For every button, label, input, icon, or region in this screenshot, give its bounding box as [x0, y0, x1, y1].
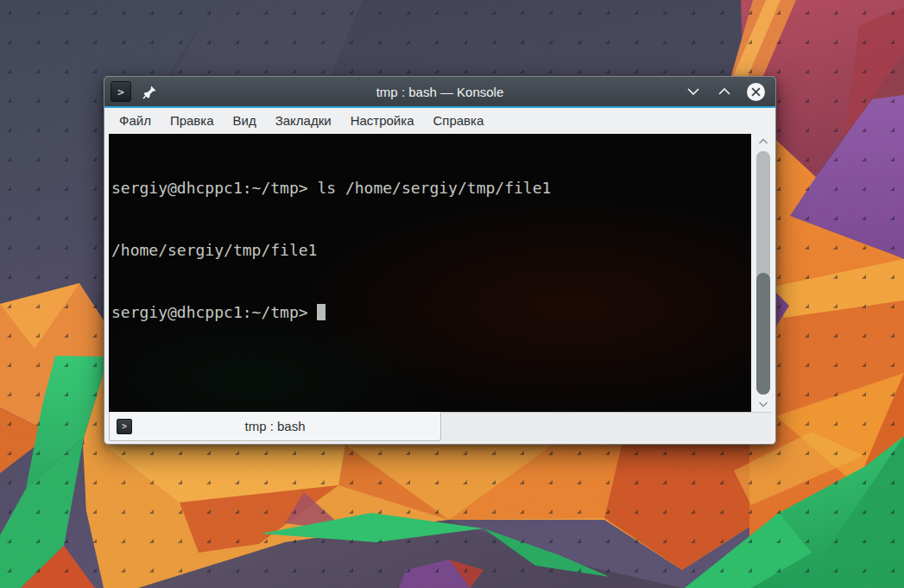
- close-icon: [746, 82, 766, 102]
- command-output: /home/sergiy/tmp/file1: [111, 241, 317, 259]
- terminal-view: sergiy@dhcppc1:~/tmp>ls /home/sergiy/tmp…: [104, 134, 775, 412]
- chevron-up-icon: [718, 87, 731, 96]
- menu-item-help[interactable]: Справка: [423, 108, 493, 134]
- menu-item-view[interactable]: Вид: [224, 108, 266, 134]
- close-button[interactable]: [746, 82, 765, 101]
- window-title: tmp : bash — Konsole: [104, 85, 775, 99]
- pin-icon[interactable]: [142, 84, 158, 100]
- terminal-area[interactable]: sergiy@dhcppc1:~/tmp>ls /home/sergiy/tmp…: [109, 134, 751, 412]
- menu-item-edit[interactable]: Правка: [161, 108, 224, 134]
- titlebar[interactable]: > tmp : bash — Konsole: [104, 77, 775, 108]
- shell-prompt: sergiy@dhcppc1:~/tmp>: [111, 303, 308, 321]
- maximize-button[interactable]: [715, 82, 734, 101]
- chevron-down-icon: [686, 87, 700, 96]
- terminal-line-3: sergiy@dhcppc1:~/tmp>: [111, 302, 751, 323]
- menu-item-bookmarks[interactable]: Закладки: [266, 108, 341, 134]
- scrollbar[interactable]: [751, 134, 775, 412]
- terminal-cursor: [317, 304, 326, 320]
- menu-item-file[interactable]: Файл: [110, 108, 161, 134]
- konsole-window: > tmp : bash — Konsole: [104, 76, 776, 445]
- scroll-up-icon[interactable]: [758, 138, 768, 145]
- shell-command: ls /home/sergiy/tmp/file1: [308, 179, 552, 197]
- terminal-line-2: /home/sergiy/tmp/file1: [111, 240, 751, 261]
- terminal-prompt-glyph: >: [117, 86, 124, 98]
- scrollbar-thumb[interactable]: [756, 273, 770, 395]
- tab-label: tmp : bash: [110, 412, 440, 440]
- menubar: Файл Правка Вид Закладки Настройка Справ…: [104, 108, 775, 134]
- konsole-app-icon[interactable]: >: [111, 81, 131, 102]
- menu-item-settings[interactable]: Настройка: [341, 108, 424, 134]
- desktop: > tmp : bash — Konsole: [0, 0, 904, 588]
- terminal-line-1: sergiy@dhcppc1:~/tmp>ls /home/sergiy/tmp…: [111, 178, 751, 199]
- scrollbar-track[interactable]: [756, 151, 770, 395]
- tabbar-empty-space[interactable]: [442, 412, 771, 441]
- tab-tmp-bash[interactable]: > tmp : bash: [109, 412, 441, 441]
- minimize-button[interactable]: [684, 82, 703, 101]
- shell-prompt: sergiy@dhcppc1:~/tmp>: [111, 179, 308, 197]
- scroll-down-icon[interactable]: [758, 401, 768, 408]
- tabbar: > tmp : bash: [104, 412, 775, 444]
